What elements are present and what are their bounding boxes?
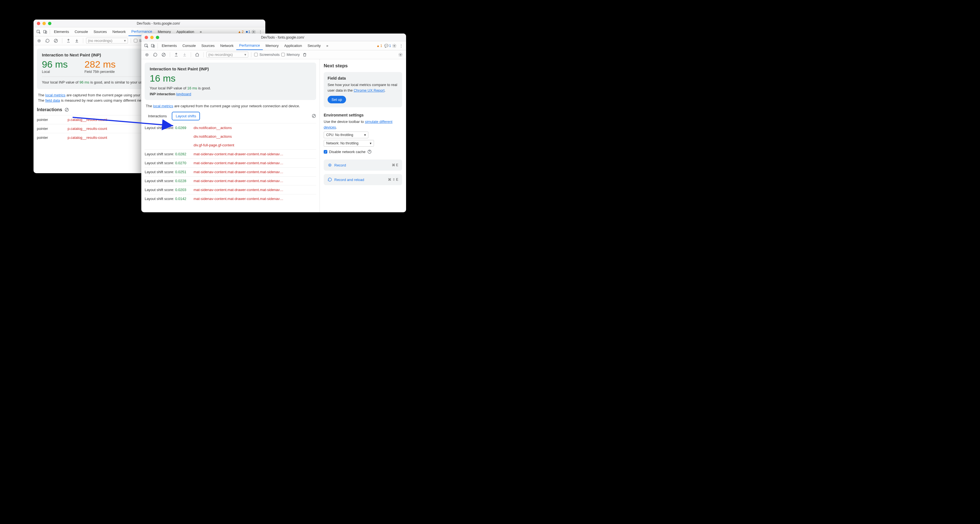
tabs-overflow[interactable]: » xyxy=(323,41,331,50)
clear-icon[interactable] xyxy=(160,51,167,58)
reload-circle-icon xyxy=(328,177,332,182)
record-reload-shortcut: ⌘ ⇧ E xyxy=(388,178,398,182)
upload-icon[interactable] xyxy=(65,37,72,44)
device-toolbar-icon[interactable] xyxy=(150,43,156,49)
tab-sources[interactable]: Sources xyxy=(91,27,110,36)
tab-memory[interactable]: Memory xyxy=(263,41,282,50)
download-icon[interactable] xyxy=(73,37,80,44)
warn-count: 1 xyxy=(380,44,382,48)
close-icon[interactable] xyxy=(37,22,40,25)
minimize-icon[interactable] xyxy=(150,36,154,39)
issues-badge[interactable]: 💬 1 xyxy=(384,44,391,48)
env-title: Environment settings xyxy=(324,113,402,117)
recordings-label: (no recordings) xyxy=(208,53,233,57)
tab-elements[interactable]: Elements xyxy=(159,41,180,50)
performance-toolbar: (no recordings)▾ Screenshots Memory xyxy=(141,50,406,59)
main-panel: Interaction to Next Paint (INP) 16 ms Yo… xyxy=(141,59,320,212)
sub-tabs: Interactions Layout shifts xyxy=(145,112,316,120)
record-icon[interactable] xyxy=(143,51,150,58)
tab-network[interactable]: Network xyxy=(110,27,129,36)
clear-list-icon[interactable] xyxy=(312,114,316,118)
settings-icon[interactable] xyxy=(391,43,398,49)
ls-element: mat-sidenav-content.mat-drawer-content.m… xyxy=(194,152,316,156)
recordings-dropdown[interactable]: (no recordings)▾ xyxy=(207,52,248,57)
record-reload-label: Record and reload xyxy=(334,178,364,182)
field-data-link[interactable]: field data xyxy=(45,98,60,102)
sidebar-title: Next steps xyxy=(324,63,402,69)
ls-element: div.notification__actions xyxy=(194,134,316,139)
device-toolbar-icon[interactable] xyxy=(42,29,49,35)
svg-point-20 xyxy=(329,164,330,166)
gc-icon[interactable] xyxy=(301,51,308,58)
setup-button[interactable]: Set up xyxy=(328,96,346,104)
network-throttling-select[interactable]: Network: No throttling▾ xyxy=(324,140,374,147)
inp-interaction-link[interactable]: keyboard xyxy=(176,92,191,96)
recordings-dropdown[interactable]: (no recordings)▾ xyxy=(86,38,128,44)
screenshots-checkbox[interactable] xyxy=(254,53,258,56)
layout-shift-row[interactable]: Layout shift score: 0.0251 mat-sidenav-c… xyxy=(145,167,316,176)
clear-icon[interactable] xyxy=(52,37,59,44)
inp-card: Interaction to Next Paint (INP) 16 ms Yo… xyxy=(145,62,316,100)
clear-interactions-icon[interactable] xyxy=(65,108,69,112)
screenshots-label: Screenshots xyxy=(259,53,280,57)
layout-shift-row[interactable]: Layout shift score: 0.0228 mat-sidenav-c… xyxy=(145,176,316,185)
reload-icon[interactable] xyxy=(152,51,159,58)
warnings-badge[interactable]: ▲ 1 xyxy=(377,44,382,48)
record-icon[interactable] xyxy=(36,37,43,44)
disable-cache-checkbox[interactable]: ✓ xyxy=(324,150,327,154)
warnings-badge[interactable]: ▲ 2 xyxy=(238,30,243,34)
local-metrics-link[interactable]: local metrics xyxy=(45,93,65,97)
record-label: Record xyxy=(334,163,346,167)
download-icon[interactable] xyxy=(181,51,188,58)
reload-icon[interactable] xyxy=(44,37,51,44)
layout-shift-row[interactable]: Layout shift score: 0.0142 mat-sidenav-c… xyxy=(145,194,316,203)
memory-label: Memory xyxy=(286,53,300,57)
tab-application[interactable]: Application xyxy=(282,41,305,50)
help-icon[interactable] xyxy=(367,150,372,154)
tab-performance[interactable]: Performance xyxy=(236,41,262,50)
layout-shift-row[interactable]: Layout shift score: 0.0269 div.notificat… xyxy=(145,123,316,132)
tab-elements[interactable]: Elements xyxy=(51,27,72,36)
more-icon[interactable]: ⋮ xyxy=(398,43,404,49)
layout-shift-row[interactable]: Layout shift score: 0.0203 mat-sidenav-c… xyxy=(145,185,316,194)
record-action[interactable]: Record ⌘ E xyxy=(324,159,402,170)
inspect-icon[interactable] xyxy=(143,43,150,49)
layout-shift-subrow[interactable]: div.notification__actions xyxy=(145,132,316,141)
titlebar: DevTools - fonts.google.com/ xyxy=(141,33,406,41)
svg-point-3 xyxy=(253,31,254,32)
minimize-icon[interactable] xyxy=(43,22,46,25)
panel-settings-icon[interactable] xyxy=(397,51,404,58)
record-reload-action[interactable]: Record and reload ⌘ ⇧ E xyxy=(324,174,402,185)
close-icon[interactable] xyxy=(145,36,148,39)
metrics-note: The local metrics are captured from the … xyxy=(145,104,316,109)
chrome-ux-report-link[interactable]: Chrome UX Report xyxy=(353,88,385,92)
record-shortcut: ⌘ E xyxy=(392,163,398,167)
field-data-title: Field data xyxy=(328,76,398,80)
layout-shift-row[interactable]: Layout shift score: 0.0282 mat-sidenav-c… xyxy=(145,150,316,158)
upload-icon[interactable] xyxy=(173,51,180,58)
subtab-layout-shifts[interactable]: Layout shifts xyxy=(172,112,200,120)
layout-shift-subrow[interactable]: div.gf-full-page.gf-content xyxy=(145,141,316,150)
next-steps-sidebar: Next steps Field data See how your local… xyxy=(320,59,406,212)
inp-field-value: 282 ms xyxy=(84,59,116,70)
maximize-icon[interactable] xyxy=(48,22,51,25)
cpu-throttling-select[interactable]: CPU: No throttling▾ xyxy=(324,132,368,138)
home-icon[interactable] xyxy=(194,51,200,58)
traffic-lights xyxy=(37,22,51,25)
field-data-desc: See how your local metrics compare to re… xyxy=(328,82,398,93)
svg-point-5 xyxy=(38,40,40,41)
tab-sources[interactable]: Sources xyxy=(199,41,218,50)
inspect-icon[interactable] xyxy=(35,29,42,35)
memory-checkbox[interactable] xyxy=(281,53,285,56)
maximize-icon[interactable] xyxy=(156,36,159,39)
tab-network[interactable]: Network xyxy=(218,41,237,50)
tab-security[interactable]: Security xyxy=(305,41,323,50)
interaction-type: pointer xyxy=(37,118,68,122)
layout-shift-row[interactable]: Layout shift score: 0.0270 mat-sidenav-c… xyxy=(145,158,316,167)
screenshots-checkbox[interactable] xyxy=(134,39,137,43)
local-metrics-link[interactable]: local metrics xyxy=(153,104,173,108)
issues-badge[interactable]: ■ 1 xyxy=(246,30,250,34)
tab-console[interactable]: Console xyxy=(72,27,91,36)
subtab-interactions[interactable]: Interactions xyxy=(145,112,170,120)
tab-console[interactable]: Console xyxy=(180,41,199,50)
